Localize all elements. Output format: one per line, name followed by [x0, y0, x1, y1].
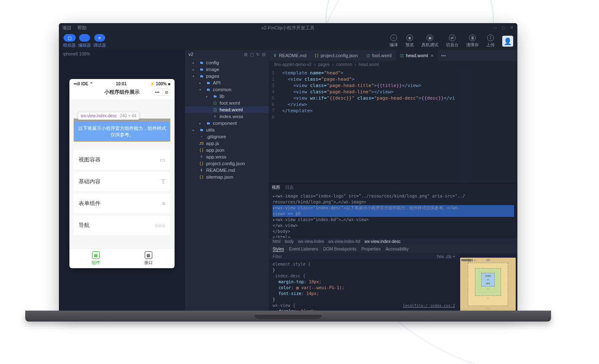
styles-filter-controls[interactable]: :hov .cls + [436, 254, 455, 259]
elements-crumb[interactable]: body [285, 239, 294, 244]
folder-item[interactable]: ▾🖿common [185, 86, 269, 93]
editor-tab[interactable]: ◫foot.wxml [362, 50, 396, 61]
elements-crumb[interactable]: wx-view.index [298, 239, 324, 244]
file-item[interactable]: { }sitemap.json [185, 174, 269, 180]
devtools-subtab[interactable]: Styles [273, 247, 284, 252]
tree-header-icon-3[interactable]: ⊟ [262, 52, 265, 57]
window-minimize[interactable]: — [492, 26, 498, 30]
elements-crumb[interactable]: wx-view.index-desc [364, 239, 400, 244]
tab-icon: ▦ [145, 251, 152, 259]
folder-icon: 🖿 [199, 128, 204, 132]
devtools-subtab[interactable]: Accessibility [386, 247, 408, 252]
capsule-more-icon[interactable]: ••• [152, 89, 162, 95]
toolbar-action-4[interactable]: 🗑清缓存 [466, 34, 479, 48]
toolbar-pill-2[interactable]: ≡ [94, 34, 105, 42]
devtools-subtab[interactable]: DOM Breakpoints [323, 247, 356, 252]
folder-item[interactable]: ▸🖿utils [185, 127, 269, 133]
tree-header-icon-1[interactable]: ▢ [250, 52, 254, 57]
toolbar-pill-0[interactable]: ▢ [64, 34, 76, 42]
breadcrumb-segment[interactable]: head.wxml [359, 62, 379, 67]
phone-tab[interactable]: ▦组件 [69, 249, 122, 268]
close-icon[interactable]: ✕ [430, 53, 434, 58]
toolbar-action-0[interactable]: ○编译 [390, 34, 398, 48]
breadcrumb-segment[interactable]: fino-applet-demo-v2 [274, 62, 312, 67]
ide-window: 项目 帮助 v2-FinClip小程序开发工具 — ▢ ✕ ▢模拟器编辑器≡调试… [59, 23, 517, 313]
file-item[interactable]: ◫foot.wxml [185, 100, 269, 106]
menu-project[interactable]: 项目 [62, 25, 72, 31]
user-avatar[interactable]: 👤 [502, 36, 513, 47]
file-item[interactable]: ◫head.wxml [185, 106, 269, 113]
folder-icon: 🖿 [205, 87, 211, 92]
tabs-more[interactable]: ••• [438, 53, 450, 58]
box-model: margin 10 border – padding – 240 × 44 – [459, 253, 517, 313]
elements-breadcrumb: htmlbodywx-view.indexwx-view.index-hdwx-… [269, 238, 517, 245]
toolbar-action-2[interactable]: ▣真机调试 [421, 34, 438, 48]
folder-icon: 🖿 [199, 61, 204, 65]
editor-tab[interactable]: { }project.config.json [310, 50, 362, 61]
breadcrumb: fino-applet-demo-v2›pages›common›head.wx… [269, 61, 517, 68]
file-item[interactable]: ▫.gitignore [185, 133, 269, 140]
breadcrumb-segment[interactable]: pages [318, 62, 329, 67]
folder-item[interactable]: ▸🖿image [185, 66, 269, 73]
list-item-icon: 𝕋 [161, 178, 165, 185]
toolbar-action-5[interactable]: ⤴上传 [486, 34, 495, 48]
list-item-icon: ≡ [162, 200, 165, 207]
devtools-subtab[interactable]: Properties [361, 247, 381, 252]
file-icon: # [199, 155, 204, 159]
capsule-button[interactable]: ••• ⊙ [152, 89, 171, 96]
file-item[interactable]: JSapp.js [185, 140, 269, 147]
laptop-notch [254, 315, 322, 319]
menu-help[interactable]: 帮助 [77, 25, 87, 31]
toolbar-action-3[interactable]: ⇄切后台 [446, 34, 459, 48]
file-item[interactable]: { }app.json [185, 147, 269, 153]
file-icon: { } [199, 161, 204, 166]
phone-tab[interactable]: ▦接口 [122, 249, 175, 268]
file-icon: # [212, 114, 218, 119]
minimap[interactable] [458, 68, 471, 183]
toolbar-pill-1[interactable] [79, 34, 90, 42]
folder-item[interactable]: ▾🖿pages [185, 73, 269, 79]
toolbar-pill-label: 编辑器 [78, 42, 91, 48]
styles-filter-input[interactable] [273, 254, 306, 259]
tree-header-icon-0[interactable]: ⊞ [244, 52, 247, 57]
project-root[interactable]: v2 [188, 52, 193, 57]
folder-icon: 🖿 [199, 74, 204, 78]
list-item-icon: ○○○ [155, 222, 165, 229]
folder-item[interactable]: ▸🖿config [185, 59, 269, 66]
phone-list-item[interactable]: 导航○○○ [74, 216, 170, 235]
devtools-tab-log[interactable]: 日志 [285, 185, 294, 190]
phone-list-item[interactable]: 视图容器▭ [74, 150, 170, 169]
toolbar-action-1[interactable]: ◉预览 [406, 34, 414, 48]
file-item[interactable]: { }project.config.json [185, 160, 269, 167]
line-numbers: 12345678 [269, 68, 279, 183]
phone-list-item[interactable]: 表单组件≡ [74, 194, 170, 213]
elements-crumb[interactable]: wx-view.index-hd [328, 239, 360, 244]
folder-item[interactable]: ▸🖿lib [185, 93, 269, 100]
highlighted-element[interactable]: 以下将展示小程序官方组件能力，组件样式仅供参考。 [74, 119, 170, 142]
devtools-tab-view[interactable]: 视图 [272, 185, 280, 190]
code-content[interactable]: <template name="head"> <view class="page… [279, 68, 459, 183]
window-maximize[interactable]: ▢ [501, 26, 506, 30]
elements-tree[interactable]: ▸<wx-image class="index-logo" src="../re… [269, 192, 517, 238]
breadcrumb-segment[interactable]: common [336, 62, 352, 67]
folder-item[interactable]: ▸🖿component [185, 120, 269, 127]
file-item[interactable]: #index.wxss [185, 113, 269, 120]
folder-item[interactable]: ▸🖿API [185, 79, 269, 86]
phone-preview[interactable]: ••ıll IDE ⌃ 10:01 ⚡ 100% ■ 小程序组件展示 ••• ⊙ [69, 79, 175, 268]
capsule-close-icon[interactable]: ⊙ [162, 89, 171, 95]
phone-list-item[interactable]: 基础内容𝕋 [74, 172, 170, 191]
file-icon: { } [199, 148, 204, 152]
folder-icon: 🖿 [212, 94, 218, 98]
file-item[interactable]: ⬇README.md [185, 167, 269, 174]
devtools-subtab[interactable]: Event Listeners [289, 247, 318, 252]
editor-tab[interactable]: ⬇README.md [269, 50, 310, 61]
list-item-icon: ▭ [160, 156, 165, 163]
window-close[interactable]: ✕ [509, 26, 515, 30]
css-rules[interactable]: element.style {}.index-desc {</span>marg… [269, 260, 459, 313]
toolbar-pill-label: 调试器 [93, 42, 106, 48]
tree-header-icon-2[interactable]: ↻ [256, 52, 260, 57]
menubar: 项目 帮助 v2-FinClip小程序开发工具 — ▢ ✕ [59, 23, 517, 32]
elements-crumb[interactable]: html [273, 239, 281, 244]
editor-tab[interactable]: ◫head.wxml✕ [396, 50, 438, 61]
file-item[interactable]: #app.wxss [185, 153, 269, 160]
